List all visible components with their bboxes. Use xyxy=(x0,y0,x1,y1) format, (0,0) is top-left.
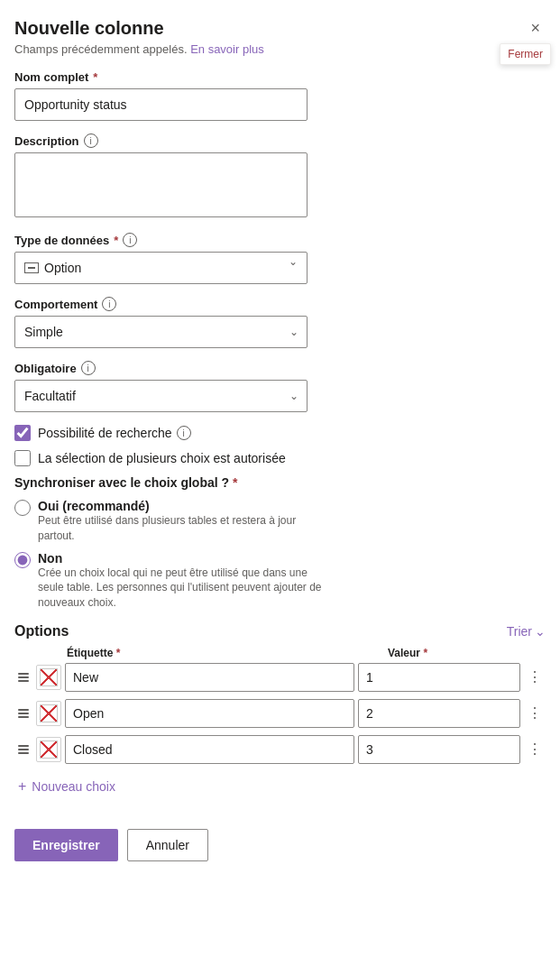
option-value-input-3[interactable] xyxy=(358,735,520,764)
col-valeur-header: Valeur * xyxy=(379,647,546,659)
option-value-input-2[interactable] xyxy=(358,699,520,728)
nom-complet-input[interactable] xyxy=(14,88,308,121)
radio-oui-desc: Peut être utilisé dans plusieurs tables … xyxy=(38,513,326,544)
radio-non-option: Non Crée un choix local qui ne peut être… xyxy=(14,551,546,611)
color-box-inner-3 xyxy=(40,741,58,759)
obligatoire-label: Obligatoire i xyxy=(14,361,546,375)
possibilite-recherche-checkbox[interactable] xyxy=(14,425,31,441)
obligatoire-select-wrapper: Facultatif ⌄ xyxy=(14,380,308,412)
radio-non-input[interactable] xyxy=(14,552,31,568)
options-title: Options xyxy=(14,623,69,639)
obligatoire-info-icon: i xyxy=(81,361,96,375)
possibilite-info-icon: i xyxy=(177,426,191,440)
radio-oui-input[interactable] xyxy=(14,500,31,516)
possibilite-recherche-group: Possibilité de recherche i xyxy=(14,425,546,441)
synchroniser-section: Synchroniser avec le choix global ? * Ou… xyxy=(14,475,546,611)
col-etiquette-header: Étiquette * xyxy=(40,647,379,659)
table-row: ⋮ xyxy=(14,663,546,692)
radio-oui-title: Oui (recommandé) xyxy=(38,499,326,513)
radio-oui-content: Oui (recommandé) Peut être utilisé dans … xyxy=(38,499,326,544)
option-label-input-3[interactable] xyxy=(65,735,354,764)
type-donnees-chevron: ⌄ xyxy=(289,255,298,268)
description-input[interactable] xyxy=(14,152,308,217)
color-box-1[interactable] xyxy=(36,665,61,690)
plus-icon: + xyxy=(18,778,26,795)
option-type-icon xyxy=(24,262,39,273)
close-button[interactable]: × xyxy=(525,18,546,38)
possibilite-recherche-label[interactable]: Possibilité de recherche i xyxy=(38,426,191,440)
subtitle-text: Champs précédemment appelés. En savoir p… xyxy=(14,42,546,56)
option-menu-button-3[interactable]: ⋮ xyxy=(524,741,546,759)
synchroniser-title: Synchroniser avec le choix global ? * xyxy=(14,475,546,490)
drag-handle-3[interactable] xyxy=(14,745,32,754)
comportement-select[interactable]: Simple xyxy=(14,316,308,348)
selection-multiple-checkbox[interactable] xyxy=(14,450,31,466)
add-choice-button[interactable]: + Nouveau choix xyxy=(18,771,115,802)
panel-title: Nouvelle colonne xyxy=(14,18,164,39)
drag-handle-1[interactable] xyxy=(14,673,32,682)
type-donnees-group: Type de données * i Option ⌄ xyxy=(14,233,546,284)
table-row: ⋮ xyxy=(14,735,546,764)
comportement-label: Comportement i xyxy=(14,297,546,311)
comportement-select-wrapper: Simple ⌄ xyxy=(14,316,308,348)
nom-complet-group: Nom complet * xyxy=(14,70,546,121)
option-label-input-1[interactable] xyxy=(65,663,354,692)
option-label-input-2[interactable] xyxy=(65,699,354,728)
obligatoire-group: Obligatoire i Facultatif ⌄ xyxy=(14,361,546,412)
selection-multiple-label[interactable]: La sélection de plusieurs choix est auto… xyxy=(38,451,286,465)
comportement-group: Comportement i Simple ⌄ xyxy=(14,297,546,348)
option-menu-button-1[interactable]: ⋮ xyxy=(524,668,546,686)
fermer-tooltip: Fermer xyxy=(500,43,551,65)
footer-buttons: Enregistrer Annuler xyxy=(14,820,546,861)
trier-button[interactable]: Trier ⌄ xyxy=(507,624,546,639)
cancel-button[interactable]: Annuler xyxy=(127,829,208,861)
panel-header: Nouvelle colonne × xyxy=(14,18,546,39)
type-donnees-label: Type de données * i xyxy=(14,233,546,247)
type-donnees-value: Option xyxy=(44,261,289,275)
description-info-icon: i xyxy=(84,133,98,148)
learn-more-link[interactable]: En savoir plus xyxy=(190,42,264,56)
trier-chevron-icon: ⌄ xyxy=(535,624,546,639)
comportement-info-icon: i xyxy=(102,297,116,311)
description-group: Description i xyxy=(14,133,546,220)
type-donnees-info-icon: i xyxy=(123,233,137,247)
description-label: Description i xyxy=(14,133,546,148)
color-box-inner-1 xyxy=(40,668,58,686)
type-donnees-select[interactable]: Option ⌄ xyxy=(14,252,308,284)
table-row: ⋮ xyxy=(14,699,546,728)
option-value-input-1[interactable] xyxy=(358,663,520,692)
radio-oui-option: Oui (recommandé) Peut être utilisé dans … xyxy=(14,499,546,544)
options-header: Options Trier ⌄ xyxy=(14,623,546,639)
drag-handle-2[interactable] xyxy=(14,709,32,718)
color-box-3[interactable] xyxy=(36,737,61,762)
radio-non-desc: Crée un choix local qui ne peut être uti… xyxy=(38,566,326,611)
nom-complet-label: Nom complet * xyxy=(14,70,546,84)
save-button[interactable]: Enregistrer xyxy=(14,829,118,861)
radio-non-content: Non Crée un choix local qui ne peut être… xyxy=(38,551,326,611)
options-section: Options Trier ⌄ Étiquette * Valeur * ⋮ xyxy=(14,623,546,802)
obligatoire-select[interactable]: Facultatif xyxy=(14,380,308,412)
options-col-headers: Étiquette * Valeur * xyxy=(14,647,546,663)
radio-non-title: Non xyxy=(38,551,326,566)
selection-multiple-group: La sélection de plusieurs choix est auto… xyxy=(14,450,546,466)
option-menu-button-2[interactable]: ⋮ xyxy=(524,704,546,722)
color-box-2[interactable] xyxy=(36,701,61,726)
color-box-inner-2 xyxy=(40,704,58,722)
